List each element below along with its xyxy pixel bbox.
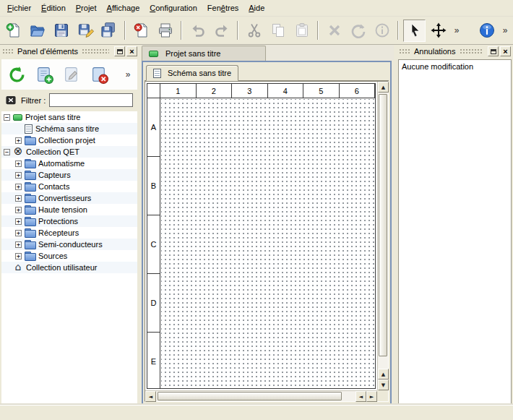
tree-item-schema-sans-titre[interactable]: Schéma sans titre xyxy=(1,123,137,134)
tree-item-protections[interactable]: +Protections xyxy=(1,215,137,227)
tree-item-semi-conducteurs[interactable]: +Semi-conducteurs xyxy=(1,239,137,250)
tree-item-contacts[interactable]: +Contacts xyxy=(1,181,137,192)
schema-tab[interactable]: Schéma sans titre xyxy=(146,65,238,81)
ruler-row-label: A xyxy=(147,98,160,157)
new-document-button[interactable] xyxy=(2,20,25,42)
close-file-button[interactable] xyxy=(130,20,152,42)
scroll-down-button[interactable] xyxy=(378,380,389,390)
dock-grip xyxy=(460,48,483,54)
open-project-button[interactable] xyxy=(26,20,48,42)
folder-icon xyxy=(25,171,35,179)
menu-fichier[interactable]: Fichier xyxy=(2,1,36,14)
tree-expander[interactable]: + xyxy=(15,218,22,225)
scroll-left-button[interactable] xyxy=(145,391,156,402)
select-tool-button[interactable] xyxy=(403,20,426,42)
undo-history-list[interactable]: Aucune modification xyxy=(398,59,512,405)
tree-expander[interactable]: − xyxy=(4,114,10,121)
schema-canvas[interactable] xyxy=(161,99,375,388)
tree-item-label: Haute tension xyxy=(38,205,87,214)
about-qet-button[interactable] xyxy=(475,20,498,42)
save-all-button[interactable] xyxy=(98,20,120,42)
move-tool-button[interactable] xyxy=(427,20,449,42)
tree-expander[interactable]: + xyxy=(15,253,22,260)
undo-panel-titlebar[interactable]: Annulations xyxy=(397,45,513,58)
filter-input[interactable] xyxy=(49,93,133,107)
tree-expander[interactable]: + xyxy=(15,207,22,213)
folder-icon xyxy=(25,240,35,249)
tree-item-projet-sans-titre[interactable]: −Projet sans titre xyxy=(1,111,137,123)
tree-expander[interactable]: + xyxy=(15,184,22,190)
vertical-scroll-thumb[interactable] xyxy=(379,94,387,356)
vertical-scrollbar[interactable] xyxy=(377,82,388,390)
tree-expander[interactable]: − xyxy=(4,149,10,155)
undo-panel-title: Annulations xyxy=(414,47,456,56)
scroll-left-button[interactable] xyxy=(355,391,366,402)
undo-list-item[interactable]: Aucune modification xyxy=(399,60,511,73)
save-as-button[interactable] xyxy=(74,20,96,42)
tree-item-label: Semi-conducteurs xyxy=(38,240,103,249)
toolbar-overflow-button[interactable]: » xyxy=(451,20,462,40)
new-element-button[interactable] xyxy=(33,62,56,87)
folder-icon xyxy=(25,159,35,168)
menu-projet[interactable]: Projet xyxy=(71,1,102,14)
tree-item-collection-qet[interactable]: −Collection QET xyxy=(1,146,137,158)
cut-icon xyxy=(246,22,263,39)
tree-expander[interactable]: + xyxy=(15,160,22,167)
tree-item-capteurs[interactable]: +Capteurs xyxy=(1,169,137,181)
tree-expander[interactable]: + xyxy=(15,241,22,248)
delete-element-button[interactable] xyxy=(87,62,111,87)
elements-toolbar-overflow-button[interactable]: » xyxy=(122,64,134,85)
rotate-button[interactable] xyxy=(347,20,369,42)
clear-filter-icon xyxy=(5,95,17,106)
tree-item-haute-tension[interactable]: +Haute tension xyxy=(1,204,137,215)
ruler-column-label: 2 xyxy=(197,84,233,98)
print-button[interactable] xyxy=(154,20,176,42)
element-info-button[interactable] xyxy=(371,20,393,42)
save-button[interactable] xyxy=(50,20,72,42)
dock-close-button[interactable] xyxy=(126,46,137,56)
tree-expander[interactable]: + xyxy=(15,172,22,179)
toolbar-separator xyxy=(181,21,182,40)
tree-expander[interactable]: + xyxy=(15,195,22,202)
tree-expander[interactable]: + xyxy=(15,137,22,144)
scroll-up-button[interactable] xyxy=(378,369,389,380)
edit-element-button[interactable] xyxy=(60,62,83,87)
elements-panel-titlebar[interactable]: Panel d'éléments xyxy=(0,45,139,58)
tree-item-recepteurs[interactable]: +Récepteurs xyxy=(1,227,137,239)
menu-aide[interactable]: Aide xyxy=(243,1,270,14)
menu-affichage[interactable]: Affichage xyxy=(102,1,145,14)
project-tab[interactable]: Projet sans titre xyxy=(142,46,266,61)
menu-edition[interactable]: Édition xyxy=(36,1,71,14)
help-toolbar-overflow-button[interactable]: » xyxy=(499,20,511,40)
clear-filter-button[interactable] xyxy=(4,94,17,106)
tree-item-sources[interactable]: +Sources xyxy=(1,250,137,262)
toolbar-separator xyxy=(317,21,319,40)
menu-configuration[interactable]: Configuration xyxy=(145,1,202,14)
redo-button[interactable] xyxy=(210,20,233,42)
folder-icon xyxy=(25,182,35,191)
scroll-up-button[interactable] xyxy=(378,82,389,93)
schema-sheet[interactable]: 1 2 3 4 5 6 A B C D E xyxy=(147,83,376,389)
cut-button[interactable] xyxy=(243,20,265,42)
reload-collections-button[interactable] xyxy=(5,62,28,87)
horizontal-scrollbar[interactable] xyxy=(145,390,377,401)
dock-float-button[interactable] xyxy=(114,46,125,56)
dock-float-button[interactable] xyxy=(488,46,499,56)
dock-close-button[interactable] xyxy=(500,46,511,56)
elements-panel-toolbar: » xyxy=(1,59,137,90)
copy-icon xyxy=(270,22,287,39)
edit-element-icon xyxy=(62,65,82,85)
paste-button[interactable] xyxy=(290,20,313,42)
horizontal-scroll-thumb[interactable] xyxy=(158,392,342,400)
copy-button[interactable] xyxy=(267,20,289,42)
delete-button[interactable] xyxy=(323,20,345,42)
ruler-columns: 1 2 3 4 5 6 xyxy=(160,84,375,98)
menu-fenetres[interactable]: Fenêtres xyxy=(202,1,243,14)
ruler-corner xyxy=(147,84,160,98)
tree-item-automatisme[interactable]: +Automatisme xyxy=(1,158,137,169)
tree-item-convertisseurs[interactable]: +Convertisseurs xyxy=(1,192,137,204)
tree-expander[interactable]: + xyxy=(15,230,22,236)
scroll-right-button[interactable] xyxy=(366,391,377,402)
undo-button[interactable] xyxy=(186,20,209,42)
tree-item-collection-utilisateur[interactable]: Collection utilisateur xyxy=(1,262,137,273)
